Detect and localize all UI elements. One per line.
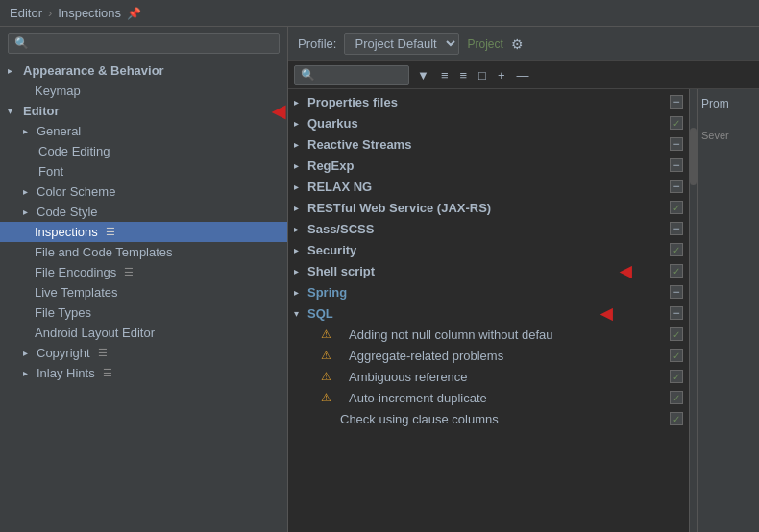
inspections-icon: ☰ bbox=[106, 226, 115, 238]
warn-icon-autoincrement: ⚠ bbox=[321, 391, 331, 404]
checkbox-sql[interactable] bbox=[670, 306, 683, 320]
inspection-item-sql-ambiguous[interactable]: ⚠ Ambiguous reference bbox=[288, 366, 689, 387]
panel-header: Profile: Project Default Project ⚙ bbox=[288, 27, 759, 61]
profile-label: Profile: bbox=[298, 36, 336, 51]
sidebar-item-general[interactable]: General bbox=[0, 121, 287, 141]
inspection-item-reactive-streams[interactable]: Reactive Streams bbox=[288, 133, 689, 155]
profile-select[interactable]: Project Default bbox=[344, 33, 459, 55]
detail-panel: Prom Sever bbox=[697, 89, 759, 532]
profile-tag: Project bbox=[467, 37, 502, 51]
title-bar: Editor › Inspections 📌 bbox=[0, 0, 759, 27]
insp-label-sql: SQL bbox=[307, 306, 670, 321]
sidebar-item-inlay-hints[interactable]: Inlay Hints ☰ bbox=[0, 363, 287, 383]
warn-icon-adding-not-null: ⚠ bbox=[321, 327, 331, 341]
checkbox-sass-scss[interactable] bbox=[670, 222, 683, 235]
collapse-button[interactable]: ≡ bbox=[455, 66, 471, 85]
inspection-item-sql[interactable]: SQL ◀ bbox=[288, 302, 689, 324]
view-button[interactable]: □ bbox=[475, 66, 490, 85]
inspection-item-shell-script[interactable]: Shell script ◀ bbox=[288, 260, 689, 281]
checkbox-sql-ambiguous[interactable] bbox=[670, 370, 683, 383]
arrow-shell-script: ◀ bbox=[620, 262, 631, 280]
insp-label-sql-adding-not-null: Adding not null column without defau bbox=[335, 327, 670, 342]
filter-button[interactable]: ▼ bbox=[413, 66, 433, 85]
sidebar-item-copyright[interactable]: Copyright ☰ bbox=[0, 343, 287, 363]
checkbox-restful[interactable] bbox=[670, 201, 683, 214]
sidebar-label-android-layout-editor: Android Layout Editor bbox=[35, 326, 155, 340]
sidebar-item-keymap[interactable]: Keymap bbox=[0, 81, 287, 101]
panel-content: Properties files Quarkus Reactive Stream… bbox=[288, 89, 759, 532]
insp-label-restful: RESTful Web Service (JAX-RS) bbox=[307, 201, 670, 215]
inspection-item-sass-scss[interactable]: Sass/SCSS bbox=[288, 218, 689, 239]
inspection-item-sql-aggregate[interactable]: ⚠ Aggregate-related problems bbox=[288, 345, 689, 366]
sidebar-item-color-scheme[interactable]: Color Scheme bbox=[0, 181, 287, 202]
scrollbar-track[interactable] bbox=[689, 89, 697, 532]
inspection-item-relax-ng[interactable]: RELAX NG bbox=[288, 176, 689, 197]
inlay-hints-icon: ☰ bbox=[103, 367, 112, 379]
scrollbar-thumb[interactable] bbox=[690, 128, 697, 185]
sidebar-label-general: General bbox=[37, 124, 81, 138]
sidebar-label-live-templates: Live Templates bbox=[35, 285, 117, 300]
chevron-editor bbox=[8, 106, 21, 116]
sidebar-label-code-editing: Code Editing bbox=[38, 144, 110, 158]
detail-bottom-text: Sever bbox=[701, 130, 755, 141]
remove-button[interactable]: — bbox=[513, 66, 533, 85]
inspection-item-properties-files[interactable]: Properties files bbox=[288, 91, 689, 112]
inspection-search-input[interactable] bbox=[294, 65, 409, 85]
sidebar-label-file-encodings: File Encodings bbox=[35, 265, 116, 279]
checkbox-quarkus[interactable] bbox=[670, 116, 683, 130]
file-encodings-icon: ☰ bbox=[124, 266, 134, 278]
detail-top-text: Prom bbox=[701, 97, 755, 110]
insp-label-sql-aggregate: Aggregate-related problems bbox=[335, 349, 670, 363]
sidebar-item-inspections[interactable]: Inspections ☰ ◀ bbox=[0, 222, 287, 242]
sidebar-label-inspections: Inspections bbox=[35, 225, 98, 239]
gear-button[interactable]: ⚙ bbox=[511, 36, 524, 52]
checkbox-sql-adding-not-null[interactable] bbox=[670, 327, 683, 341]
breadcrumb-inspections: Inspections bbox=[58, 6, 121, 20]
sidebar-item-android-layout-editor[interactable]: Android Layout Editor bbox=[0, 323, 287, 343]
arrow-sql: ◀ bbox=[600, 304, 612, 323]
checkbox-spring[interactable] bbox=[670, 285, 683, 299]
checkbox-regexp[interactable] bbox=[670, 158, 683, 172]
panel-toolbar: ▼ ≡ ≡ □ + — bbox=[288, 61, 759, 89]
sidebar-item-file-types[interactable]: File Types bbox=[0, 302, 287, 323]
sidebar-item-editor[interactable]: Editor ◀ bbox=[0, 101, 287, 121]
sidebar-item-file-code-templates[interactable]: File and Code Templates bbox=[0, 242, 287, 262]
add-button[interactable]: + bbox=[494, 66, 509, 85]
inspection-item-sql-adding-not-null[interactable]: ⚠ Adding not null column without defau bbox=[288, 324, 689, 345]
breadcrumb-separator: › bbox=[48, 6, 52, 20]
insp-label-reactive-streams: Reactive Streams bbox=[307, 137, 670, 152]
sidebar-item-code-style[interactable]: Code Style bbox=[0, 202, 287, 222]
inspection-item-regexp[interactable]: RegExp bbox=[288, 155, 689, 176]
checkbox-sql-check-clause[interactable] bbox=[670, 412, 683, 425]
checkbox-relax-ng[interactable] bbox=[670, 180, 683, 193]
sidebar-search-input[interactable] bbox=[8, 33, 280, 54]
chevron-properties-files bbox=[294, 97, 307, 108]
checkbox-reactive-streams[interactable] bbox=[670, 137, 683, 151]
sidebar-search-container bbox=[0, 27, 287, 60]
sidebar-item-live-templates[interactable]: Live Templates bbox=[0, 282, 287, 302]
checkbox-properties-files[interactable] bbox=[670, 95, 683, 109]
chevron-general bbox=[23, 126, 37, 136]
checkbox-sql-autoincrement[interactable] bbox=[670, 391, 683, 404]
chevron-shell-script bbox=[294, 266, 307, 277]
sidebar-item-appearance[interactable]: Appearance & Behavior bbox=[0, 60, 287, 81]
checkbox-security[interactable] bbox=[670, 243, 683, 256]
inspection-item-restful[interactable]: RESTful Web Service (JAX-RS) bbox=[288, 197, 689, 218]
sidebar-label-copyright: Copyright bbox=[37, 346, 90, 360]
inspection-item-quarkus[interactable]: Quarkus bbox=[288, 112, 689, 133]
insp-label-relax-ng: RELAX NG bbox=[307, 180, 670, 194]
inspection-item-sql-check-clause[interactable]: Check using clause columns bbox=[288, 408, 689, 429]
inspection-item-sql-autoincrement[interactable]: ⚠ Auto-increment duplicate bbox=[288, 387, 689, 408]
sidebar-item-code-editing[interactable]: Code Editing bbox=[0, 141, 287, 161]
insp-label-quarkus: Quarkus bbox=[307, 116, 670, 131]
sidebar-item-font[interactable]: Font bbox=[0, 161, 287, 181]
sidebar-item-file-encodings[interactable]: File Encodings ☰ bbox=[0, 262, 287, 282]
inspection-item-security[interactable]: Security bbox=[288, 239, 689, 260]
sidebar-label-appearance: Appearance & Behavior bbox=[23, 63, 164, 78]
chevron-spring bbox=[294, 287, 307, 298]
sidebar-label-inlay-hints: Inlay Hints bbox=[37, 366, 95, 380]
checkbox-shell-script[interactable] bbox=[670, 264, 683, 278]
checkbox-sql-aggregate[interactable] bbox=[670, 349, 683, 362]
inspection-item-spring[interactable]: Spring bbox=[288, 281, 689, 302]
expand-button[interactable]: ≡ bbox=[437, 66, 453, 85]
